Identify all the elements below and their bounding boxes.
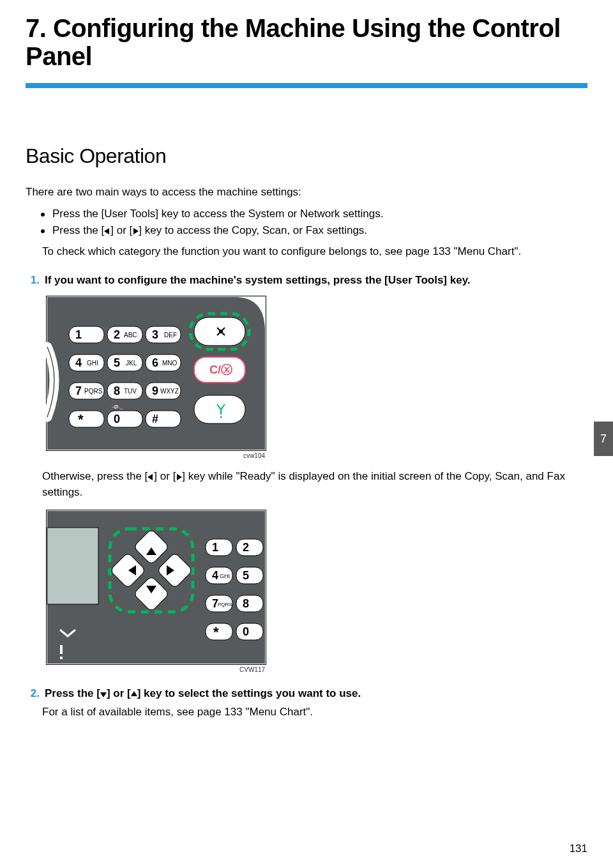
text-fragment: Otherwise, press the [ [42,470,148,482]
step-number: 1. [26,274,40,287]
text-fragment: ] key to select the settings you want to… [137,687,361,699]
svg-rect-58 [236,567,263,584]
figure-caption: CVW117 [46,665,266,673]
svg-text:MNO: MNO [162,360,178,367]
step-text: If you want to configure the machine's s… [45,274,471,287]
svg-rect-13 [107,354,142,371]
svg-text:7: 7 [75,385,82,397]
bullet-dot-icon [41,213,45,217]
svg-point-40 [220,416,222,418]
figure-arrowpad: 1 2 4 GHI 5 7 PQRS 8 * 0 CVW117 [46,510,266,673]
svg-rect-53 [236,539,263,556]
svg-text:0: 0 [114,413,120,425]
svg-text:WXYZ: WXYZ [160,388,179,395]
svg-rect-2 [69,326,104,343]
svg-rect-65 [206,623,232,640]
svg-rect-33 [146,411,181,427]
svg-rect-30 [107,411,142,427]
svg-text:3: 3 [152,328,158,341]
triangle-left-icon [148,474,154,480]
svg-text:ABC: ABC [124,331,137,339]
chapter-title: 7. Configuring the Machine Using the Con… [0,0,613,70]
svg-text:GHI: GHI [87,360,98,367]
page-number: 131 [570,842,587,855]
svg-rect-28 [69,411,104,427]
svg-text:8: 8 [114,385,120,397]
section-title: Basic Operation [26,144,587,168]
bullet-dot-icon [41,229,45,233]
svg-text:#: # [152,413,158,425]
cancel-key-label: C/ⓧ [209,363,232,376]
alert-icon [60,645,63,659]
bullet-text: Press the [User Tools] key to access the… [52,208,383,220]
chapter-tab: 7 [594,422,613,456]
figure-keypad: 1 2 ABC 3 DEF 4 GHI 5 JKL 6 MNO 7 PQRS 8… [46,296,266,459]
text-fragment: Press the [ [45,687,100,699]
text-fragment: ] or [ [110,224,132,236]
svg-text:8: 8 [243,597,249,610]
bullet-item: Press the [] or [] key to access the Cop… [41,224,587,237]
step-row: 2. Press the [] or [] key to select the … [26,687,587,700]
chapter-rule [26,83,587,88]
svg-rect-63 [236,595,263,612]
step1-after-text: Otherwise, press the [] or [] key while … [42,468,587,501]
svg-text:9: 9 [152,385,158,397]
step-text: Press the [] or [] key to select the set… [45,687,361,700]
triangle-right-icon [132,228,139,234]
triangle-down-icon [100,691,107,697]
text-fragment: ] or [ [107,687,131,699]
intro-text: There are two main ways to access the ma… [26,186,587,199]
svg-rect-51 [206,539,232,556]
step2-after-text: For a list of available items, see page … [42,704,587,720]
step-number: 2. [26,687,40,700]
svg-text:-@._: -@._ [112,404,123,409]
svg-text:4: 4 [75,356,82,369]
svg-text:TUV: TUV [124,388,137,395]
bullet-text: Press the [] or [] key to access the Cop… [52,224,367,237]
bullet-item: Press the [User Tools] key to access the… [41,208,587,220]
svg-rect-45 [60,657,63,659]
svg-text:2: 2 [243,541,249,554]
subnote-text: To check which category the function you… [42,243,587,260]
figure-caption: cvw104 [46,451,266,459]
svg-text:1: 1 [75,328,82,341]
svg-point-36 [219,330,223,333]
svg-text:1: 1 [212,541,218,554]
step-row: 1. If you want to configure the machine'… [26,274,587,287]
svg-text:0: 0 [243,625,249,638]
triangle-right-icon [176,474,182,480]
svg-text:PQRS: PQRS [84,388,103,395]
svg-text:*: * [78,411,84,427]
svg-text:PQRS: PQRS [218,602,232,607]
text-fragment: Press the [ [52,224,104,236]
svg-rect-44 [60,645,63,654]
triangle-left-icon [104,228,110,234]
svg-text:2: 2 [114,328,120,341]
svg-rect-39 [194,395,245,423]
svg-rect-43 [47,528,98,604]
svg-text:JKL: JKL [126,360,137,367]
svg-text:6: 6 [152,356,158,369]
svg-text:4: 4 [212,569,218,582]
svg-rect-67 [236,623,263,640]
text-fragment: ] key to access the Copy, Scan, or Fax s… [139,224,367,236]
svg-text:5: 5 [114,356,120,369]
svg-text:DEF: DEF [164,331,177,339]
bullet-list: Press the [User Tools] key to access the… [26,208,587,237]
svg-text:GHI: GHI [220,573,230,579]
svg-text:*: * [213,624,219,640]
text-fragment: ] or [ [154,470,176,482]
svg-text:5: 5 [243,569,249,582]
triangle-up-icon [131,691,137,697]
